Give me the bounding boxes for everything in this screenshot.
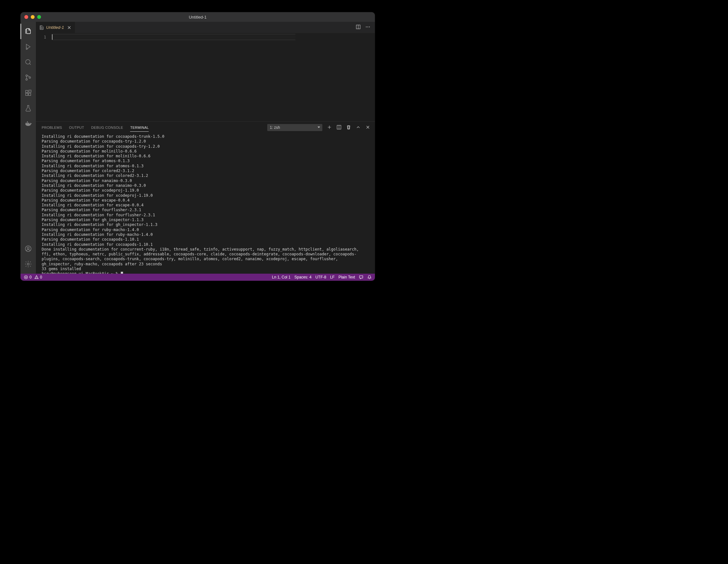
close-tab-icon[interactable]: [67, 25, 72, 30]
status-indentation[interactable]: Spaces: 4: [294, 275, 311, 279]
kill-terminal-icon[interactable]: [346, 125, 351, 130]
line-number: 1: [36, 34, 46, 40]
editor-content[interactable]: [52, 33, 336, 121]
more-actions-icon[interactable]: [365, 24, 370, 31]
panel-tab-debug-console[interactable]: DEBUG CONSOLE: [91, 126, 123, 129]
editor-area[interactable]: 1: [36, 33, 375, 121]
new-terminal-icon[interactable]: [327, 125, 332, 130]
status-warnings-count: 0: [40, 275, 42, 279]
svg-point-11: [27, 263, 29, 265]
panel-tab-problems[interactable]: PROBLEMS: [42, 126, 62, 129]
testing-icon[interactable]: [21, 101, 36, 116]
source-control-icon[interactable]: [21, 70, 36, 85]
split-terminal-icon[interactable]: [336, 125, 342, 130]
status-eol[interactable]: LF: [330, 275, 335, 279]
maximize-panel-icon[interactable]: [356, 125, 361, 130]
status-errors-count: 0: [29, 275, 32, 279]
editor-tab[interactable]: Untitled-1: [36, 22, 75, 33]
svg-point-15: [369, 26, 370, 27]
window-controls: [24, 15, 41, 19]
status-errors[interactable]: 0: [24, 275, 32, 279]
extensions-icon[interactable]: [21, 85, 36, 101]
editor-tab-label: Untitled-1: [46, 25, 64, 30]
titlebar: Untitled-1: [21, 12, 375, 22]
status-bar: 0 0 Ln 1, Col 1 Spaces: 4 UTF-8 LF Plain…: [21, 274, 375, 281]
editor-cursor: [52, 34, 53, 40]
svg-point-2: [26, 75, 28, 77]
minimap[interactable]: [336, 33, 375, 121]
svg-rect-8: [29, 90, 31, 92]
run-debug-icon[interactable]: [21, 39, 36, 54]
traffic-light-maximize[interactable]: [37, 15, 41, 19]
feedback-icon[interactable]: [359, 275, 363, 279]
traffic-light-close[interactable]: [24, 15, 28, 19]
status-language-mode[interactable]: Plain Text: [338, 275, 355, 279]
file-icon: [39, 25, 44, 30]
explorer-icon[interactable]: [21, 24, 36, 39]
active-line-highlight: [52, 34, 295, 40]
close-panel-icon[interactable]: [365, 125, 370, 130]
settings-gear-icon[interactable]: [21, 256, 36, 272]
panel: PROBLEMS OUTPUT DEBUG CONSOLE TERMINAL 1…: [36, 121, 375, 274]
svg-rect-5: [26, 90, 28, 93]
editor-tab-bar: Untitled-1: [36, 22, 375, 33]
svg-point-0: [26, 48, 28, 49]
line-gutter: 1: [36, 33, 52, 121]
status-warnings[interactable]: 0: [34, 275, 42, 279]
terminal-shell-select[interactable]: 1: zsh: [267, 124, 322, 131]
svg-rect-6: [26, 93, 28, 95]
status-ln-col[interactable]: Ln 1, Col 1: [272, 275, 291, 279]
vscode-window: Untitled-1: [21, 12, 375, 281]
svg-point-1: [26, 60, 30, 64]
svg-point-10: [27, 247, 29, 249]
traffic-light-minimize[interactable]: [31, 15, 35, 19]
activity-bar: [21, 22, 36, 274]
docker-icon[interactable]: [21, 116, 36, 131]
accounts-icon[interactable]: [21, 241, 36, 256]
status-encoding[interactable]: UTF-8: [315, 275, 326, 279]
svg-point-4: [29, 77, 31, 79]
panel-tab-output[interactable]: OUTPUT: [69, 126, 84, 129]
svg-point-13: [366, 26, 367, 27]
window-title: Untitled-1: [21, 15, 375, 20]
notifications-bell-icon[interactable]: [367, 275, 372, 279]
split-editor-icon[interactable]: [356, 24, 361, 31]
svg-point-14: [368, 26, 368, 27]
terminal-output[interactable]: Installing ri documentation for cocoapod…: [36, 133, 375, 274]
svg-point-3: [26, 79, 28, 80]
search-icon[interactable]: [21, 54, 36, 70]
panel-tab-terminal[interactable]: TERMINAL: [130, 126, 149, 132]
svg-rect-7: [29, 93, 31, 95]
panel-tab-bar: PROBLEMS OUTPUT DEBUG CONSOLE TERMINAL 1…: [36, 122, 375, 133]
